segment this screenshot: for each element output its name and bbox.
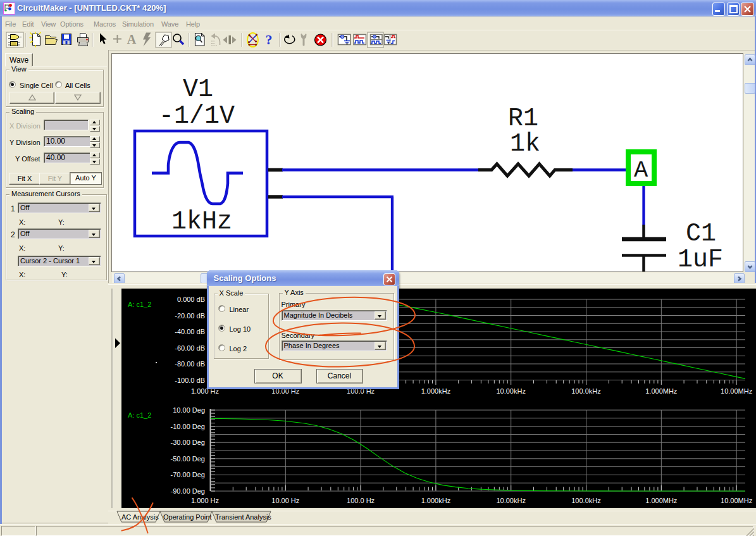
svg-text:A: A [127, 32, 137, 46]
svg-text:A: c1_2: A: c1_2 [128, 411, 151, 419]
svg-text:10.00MHz: 10.00MHz [721, 387, 752, 395]
svg-text:10.00kHz: 10.00kHz [496, 387, 525, 395]
svg-text:-70.00 Deg: -70.00 Deg [171, 471, 205, 478]
svg-text:-40.00 dB: -40.00 dB [175, 328, 205, 335]
svg-text:1.000MHz: 1.000MHz [645, 497, 677, 504]
svg-text:A: c1_2: A: c1_2 [128, 301, 151, 308]
svg-text:-100.0 dB: -100.0 dB [175, 377, 205, 384]
svg-text:10.00kHz: 10.00kHz [496, 497, 525, 504]
svg-text:1.000kHz: 1.000kHz [421, 387, 450, 395]
svg-text:1.000kHz: 1.000kHz [421, 497, 450, 504]
svg-text:1k: 1k [510, 130, 540, 158]
svg-text:1.000 Hz: 1.000 Hz [191, 497, 219, 504]
svg-text:-30.00 Deg: -30.00 Deg [171, 439, 205, 446]
svg-text:-50.00 Deg: -50.00 Deg [171, 455, 205, 463]
svg-text:1uF: 1uF [678, 246, 723, 274]
svg-text:100.0kHz: 100.0kHz [571, 387, 600, 395]
svg-text:-20.00 dB: -20.00 dB [175, 312, 205, 320]
svg-text:Transient Analysis: Transient Analysis [215, 513, 271, 521]
svg-text:100.0kHz: 100.0kHz [571, 497, 600, 504]
svg-text:10.00MHz: 10.00MHz [721, 497, 752, 504]
svg-text:1kHz: 1kHz [171, 208, 232, 236]
svg-text:Operating Point: Operating Point [163, 513, 211, 521]
svg-text:AC Analysis: AC Analysis [121, 513, 159, 521]
svg-text:10.00 Deg: 10.00 Deg [173, 406, 205, 414]
svg-text:?: ? [266, 32, 273, 47]
svg-text:-10.00 Deg: -10.00 Deg [171, 423, 205, 430]
svg-text:100.0 Hz: 100.0 Hz [347, 497, 375, 504]
svg-text:10.00 Hz: 10.00 Hz [271, 497, 299, 504]
svg-text:R1: R1 [508, 104, 538, 133]
svg-text:-90.00 Deg: -90.00 Deg [171, 487, 205, 495]
svg-text:C1: C1 [686, 220, 716, 248]
svg-text:0.000 dB: 0.000 dB [177, 296, 205, 303]
svg-text:-60.00 dB: -60.00 dB [175, 344, 205, 352]
svg-text:A: A [634, 157, 648, 184]
svg-text:1.000MHz: 1.000MHz [645, 387, 677, 395]
svg-text:-1/1V: -1/1V [159, 102, 235, 130]
svg-text:-80.00 dB: -80.00 dB [175, 360, 205, 368]
svg-text:V1: V1 [183, 75, 213, 104]
